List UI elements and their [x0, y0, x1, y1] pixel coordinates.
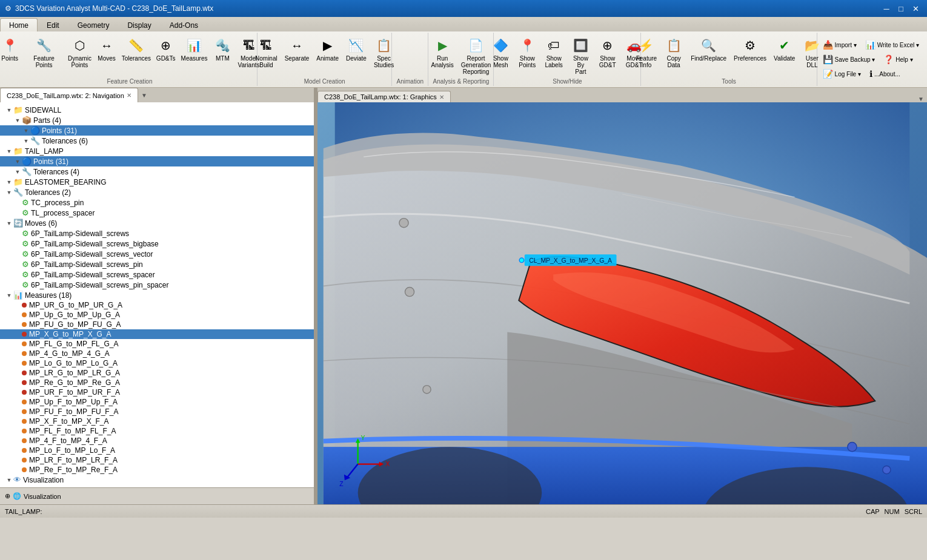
graphics-tab[interactable]: C238_DoE_TailLamp.wtx: 1: Graphics ✕: [317, 91, 451, 102]
separate-button[interactable]: ↔ Separate: [282, 34, 313, 64]
tree-measure-5[interactable]: MP_FL_G_to_MP_FL_G_A: [0, 339, 314, 349]
points-button[interactable]: 📍 Points: [0, 34, 22, 64]
tree-move-4[interactable]: ⚙ 6P_TailLamp-Sidewall_screws_pin: [0, 259, 314, 269]
measures-button[interactable]: 📊 Measures: [179, 34, 210, 64]
tab-home[interactable]: Home: [0, 18, 38, 31]
graphics-tab-dropdown[interactable]: ▼: [915, 96, 927, 102]
tree-measure-2[interactable]: MP_Up_G_to_MP_Up_G_A: [0, 310, 314, 320]
tree-measure-12[interactable]: MP_FU_F_to_MP_FU_F_A: [0, 407, 314, 417]
nav-tab-navigation[interactable]: C238_DoE_TailLamp.wtx: 2: Navigation ✕: [0, 88, 138, 102]
tree-measure-9[interactable]: MP_Re_G_to_MP_Re_G_A: [0, 378, 314, 387]
tree-tl-process-spacer[interactable]: ⚙ TL_process_spacer: [0, 208, 314, 218]
nav-tab-dropdown[interactable]: ▼: [138, 88, 150, 102]
tree-move-6[interactable]: ⚙ 6P_TailLamp-Sidewall_screws_pin_spacer: [0, 280, 314, 290]
find-replace-icon: 🔍: [699, 36, 719, 55]
tree-measure-17[interactable]: MP_LR_F_to_MP_LR_F_A: [0, 455, 314, 465]
tl-tol-expand[interactable]: ▼: [13, 169, 22, 175]
elastomer-expand[interactable]: ▼: [5, 179, 13, 185]
tree-tc-process-pin[interactable]: ⚙ TC_process_pin: [0, 197, 314, 208]
feature-info-button[interactable]: ⚡ FeatureInfo: [633, 34, 660, 70]
tree-taillamp-points[interactable]: ▼ 🔵 Points (31): [0, 156, 314, 166]
tree-move-1[interactable]: ⚙ 6P_TailLamp-Sidewall_screws: [0, 228, 314, 239]
tree-measure-16[interactable]: MP_Lo_F_to_MP_Lo_F_A: [0, 446, 314, 455]
help-button[interactable]: ❓ Help ▾: [880, 53, 915, 66]
svg-point-19: [848, 443, 857, 452]
run-analysis-button[interactable]: ▶ RunAnalysis: [428, 34, 457, 70]
tree-measure-7[interactable]: MP_Lo_G_to_MP_Lo_G_A: [0, 358, 314, 368]
tolerances-button[interactable]: 📏 Tolerances: [120, 34, 153, 64]
graphics-tab-bar: C238_DoE_TailLamp.wtx: 1: Graphics ✕ ▼: [317, 88, 927, 102]
maximize-button[interactable]: □: [894, 2, 908, 15]
tl-points-expand[interactable]: ▼: [13, 159, 22, 165]
tree-sidewall-tolerances[interactable]: ▼ 🔧 Tolerances (6): [0, 136, 314, 146]
tree-elastomer[interactable]: ▼ 📁 ELASTOMER_BEARING: [0, 177, 314, 187]
tab-display[interactable]: Display: [118, 18, 160, 31]
animate-button[interactable]: ▶ Animate: [313, 34, 342, 64]
show-points-button[interactable]: 📍 ShowPoints: [514, 34, 540, 70]
show-by-part-button[interactable]: 🔲 ShowBy Part: [568, 34, 594, 77]
dynamic-points-button[interactable]: ⬡ DynamicPoints: [66, 34, 93, 70]
tree-taillamp[interactable]: ▼ 📁 TAIL_LAMP: [0, 146, 314, 156]
tree-measure-8[interactable]: MP_LR_G_to_MP_LR_G_A: [0, 368, 314, 378]
tree-measure-6[interactable]: MP_4_G_to_MP_4_G_A: [0, 349, 314, 358]
import-button[interactable]: 📥 Import ▾: [820, 38, 860, 51]
sw-points-expand[interactable]: ▼: [22, 128, 30, 134]
tree-measure-10[interactable]: MP_UR_F_to_MP_UR_F_A: [0, 387, 314, 397]
nav-tab-close[interactable]: ✕: [127, 92, 131, 99]
minimize-button[interactable]: ─: [880, 2, 893, 15]
tab-geometry[interactable]: Geometry: [68, 18, 119, 31]
tree-sidewall-points[interactable]: ▼ 🔵 Points (31): [0, 125, 314, 136]
tree-measure-1[interactable]: MP_UR_G_to_MP_UR_G_A: [0, 300, 314, 310]
tree-visualization[interactable]: ▼ 👁 Visualization: [0, 475, 314, 485]
deviate-button[interactable]: 📉 Deviate: [343, 34, 370, 64]
vis-expand[interactable]: ▼: [5, 477, 13, 483]
tree-measure-11[interactable]: MP_Up_F_to_MP_Up_F_A: [0, 397, 314, 407]
close-button[interactable]: ✕: [909, 2, 922, 15]
tree-move-5[interactable]: ⚙ 6P_TailLamp-Sidewall_screws_spacer: [0, 269, 314, 280]
tab-edit[interactable]: Edit: [38, 18, 68, 31]
graphics-canvas[interactable]: CL_MP_X_G_to_MP_X_G_A Y X Z: [317, 102, 927, 504]
show-gdt-button[interactable]: ⊕ ShowGD&T: [595, 34, 620, 70]
tree-sidewall-parts[interactable]: ▼ 📦 Parts (4): [0, 115, 314, 125]
feature-points-icon: 🔧: [35, 36, 54, 55]
moves-expand[interactable]: ▼: [5, 220, 13, 226]
tree-tolerances2[interactable]: ▼ 🔧 Tolerances (2): [0, 187, 314, 197]
sw-tol-expand[interactable]: ▼: [22, 138, 30, 144]
tree-measure-13[interactable]: MP_X_F_to_MP_X_F_A: [0, 417, 314, 426]
move3-icon: ⚙: [22, 249, 29, 259]
tree-measure-18[interactable]: MP_Re_F_to_MP_Re_F_A: [0, 465, 314, 475]
tree-move-2[interactable]: ⚙ 6P_TailLamp-Sidewall_screws_bigbase: [0, 239, 314, 249]
tree-move-3[interactable]: ⚙ 6P_TailLamp-Sidewall_screws_vector: [0, 249, 314, 259]
validate-button[interactable]: ✔ Validate: [771, 34, 798, 64]
copy-data-button[interactable]: 📋 CopyData: [661, 34, 686, 70]
nominal-build-button[interactable]: 🏗 NominalBuild: [252, 34, 281, 70]
tree-measure-3[interactable]: MP_FU_G_to_MP_FU_G_A: [0, 320, 314, 329]
show-labels-button[interactable]: 🏷 ShowLabels: [541, 34, 566, 70]
tree-measures[interactable]: ▼ 📊 Measures (18): [0, 290, 314, 300]
tol2-expand[interactable]: ▼: [5, 189, 13, 196]
mtm-button[interactable]: 🔩 MTM: [210, 34, 234, 64]
write-excel-button[interactable]: 📊 Write to Excel ▾: [862, 38, 922, 51]
tree-measure-15[interactable]: MP_4_F_to_MP_4_F_A: [0, 436, 314, 446]
graphics-tab-close[interactable]: ✕: [439, 94, 444, 100]
preferences-button[interactable]: ⚙ Preferences: [731, 34, 769, 64]
measures-expand[interactable]: ▼: [5, 292, 13, 298]
ribbon-tab-bar: Home Edit Geometry Display Add-Ons: [0, 17, 927, 31]
save-backup-button[interactable]: 💾 Save Backup ▾: [820, 53, 879, 66]
about-button[interactable]: ℹ ...About...: [866, 67, 903, 81]
sidewall-expand[interactable]: ▼: [5, 107, 13, 113]
find-replace-button[interactable]: 🔍 Find/Replace: [688, 34, 729, 64]
tree-moves[interactable]: ▼ 🔄 Moves (6): [0, 218, 314, 228]
tree-measure-14[interactable]: MP_FL_F_to_MP_FL_F_A: [0, 426, 314, 436]
taillamp-expand[interactable]: ▼: [5, 148, 13, 154]
moves-button[interactable]: ↔ Moves: [95, 34, 119, 64]
parts-expand[interactable]: ▼: [13, 117, 22, 124]
gdts-button[interactable]: ⊕ GD&Ts: [154, 34, 178, 64]
tab-addons[interactable]: Add-Ons: [161, 18, 207, 31]
tree-sidewall[interactable]: ▼ 📁 SIDEWALL: [0, 105, 314, 115]
tree-measure-4[interactable]: MP_X_G_to_MP_X_G_A: [0, 329, 314, 339]
show-mesh-button[interactable]: 🔷 ShowMesh: [488, 34, 513, 70]
feature-points-button[interactable]: 🔧 Feature Points: [23, 34, 65, 70]
log-file-button[interactable]: 📝 Log File ▾: [820, 67, 864, 81]
tree-taillamp-tolerances[interactable]: ▼ 🔧 Tolerances (4): [0, 166, 314, 177]
